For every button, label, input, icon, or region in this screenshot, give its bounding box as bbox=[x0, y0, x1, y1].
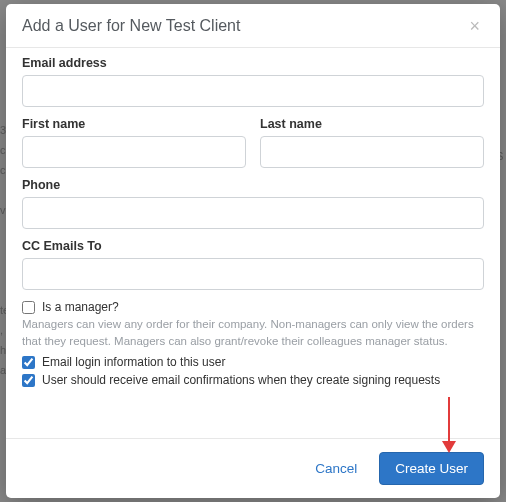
is-manager-checkbox[interactable] bbox=[22, 301, 35, 314]
add-user-modal: Add a User for New Test Client × Email a… bbox=[6, 4, 500, 498]
cancel-button[interactable]: Cancel bbox=[299, 452, 373, 485]
cc-emails-field[interactable] bbox=[22, 258, 484, 290]
modal-footer: Cancel Create User bbox=[6, 438, 500, 498]
first-name-label: First name bbox=[22, 117, 246, 131]
email-login-checkbox[interactable] bbox=[22, 356, 35, 369]
email-label: Email address bbox=[22, 56, 484, 70]
first-name-field[interactable] bbox=[22, 136, 246, 168]
cc-emails-label: CC Emails To bbox=[22, 239, 484, 253]
modal-body: Email address First name Last name Phone… bbox=[6, 48, 500, 438]
phone-label: Phone bbox=[22, 178, 484, 192]
email-confirm-label: User should receive email confirmations … bbox=[42, 373, 440, 387]
email-confirm-checkbox[interactable] bbox=[22, 374, 35, 387]
close-icon[interactable]: × bbox=[465, 17, 484, 35]
last-name-field[interactable] bbox=[260, 136, 484, 168]
phone-field[interactable] bbox=[22, 197, 484, 229]
email-field[interactable] bbox=[22, 75, 484, 107]
is-manager-label: Is a manager? bbox=[42, 300, 119, 314]
modal-header: Add a User for New Test Client × bbox=[6, 4, 500, 48]
manager-help-text: Managers can view any order for their co… bbox=[22, 316, 484, 349]
last-name-label: Last name bbox=[260, 117, 484, 131]
email-login-label: Email login information to this user bbox=[42, 355, 225, 369]
create-user-button[interactable]: Create User bbox=[379, 452, 484, 485]
modal-title: Add a User for New Test Client bbox=[22, 17, 465, 35]
